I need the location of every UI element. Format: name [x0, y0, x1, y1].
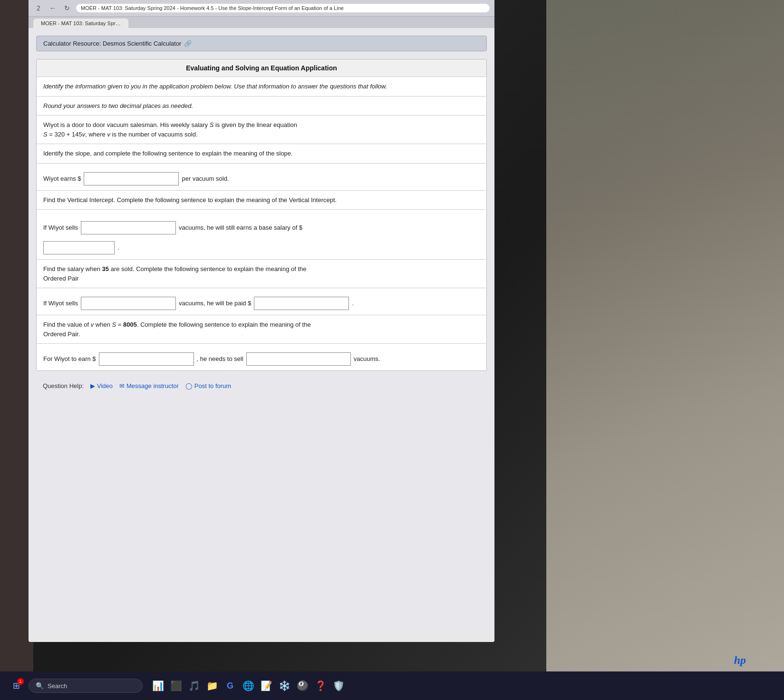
op2-answer-row: For Wiyot to earn $ , he needs to sell v…	[37, 344, 486, 370]
slope-input[interactable]	[84, 172, 179, 185]
hp-logo: hp	[734, 654, 746, 667]
content-area: Calculator Resource: Desmos Scientific C…	[29, 28, 494, 632]
vi-salary-input[interactable]	[43, 241, 115, 254]
right-background	[546, 0, 784, 700]
slope-prefix: Wiyot earns $	[43, 174, 81, 184]
op2-instruction: Find the value of v when S = 8005. Compl…	[43, 321, 311, 328]
address-bar[interactable]: MOER - MAT 103: Saturday Spring 2024 - H…	[76, 4, 490, 12]
message-icon: ✉	[119, 382, 125, 389]
op1-inline: If Wiyot sells vacuums, he will be paid …	[43, 297, 480, 310]
calculator-bar: Calculator Resource: Desmos Scientific C…	[36, 36, 487, 51]
op1-instruction-row: Find the salary when 35 are sold. Comple…	[37, 260, 486, 288]
browser-tab[interactable]: MOER - MAT 103: Saturday Spring 2024 - H…	[33, 19, 128, 28]
taskbar-square-icon[interactable]: ⬛	[169, 679, 183, 692]
op1-middle: vacuums, he will be paid $	[179, 299, 251, 308]
op1-period: .	[352, 299, 354, 308]
op1-instruction: Find the salary when 35 are sold. Comple…	[43, 265, 307, 272]
search-icon: 🔍	[36, 682, 44, 690]
forum-link[interactable]: ◯ Post to forum	[185, 382, 231, 389]
taskbar-folder-icon[interactable]: 📁	[205, 679, 219, 692]
monitor: 2 ← ↻ MOER - MAT 103: Saturday Spring 20…	[29, 0, 494, 642]
instruction-row: Identify the information given to you in…	[37, 77, 486, 97]
slope-instruction-row: Identify the slope, and complete the fol…	[37, 144, 486, 164]
op2-salary-input[interactable]	[99, 352, 194, 366]
problem-row: Wiyot is a door to door vacuum salesman.…	[37, 116, 486, 144]
taskbar-search[interactable]: 🔍 Search	[29, 679, 143, 693]
taskbar-notes-icon[interactable]: 📝	[260, 679, 273, 692]
nav-icon[interactable]: 2	[33, 3, 44, 13]
question-container: Evaluating and Solving an Equation Appli…	[36, 59, 487, 371]
op2-inline: For Wiyot to earn $ , he needs to sell v…	[43, 352, 480, 366]
refresh-button[interactable]: ↻	[62, 3, 72, 13]
taskbar: ⊞ 1 🔍 Search 📊 ⬛ 🎵 📁 G 🌐 📝 ❄️ 🎱 ❓ 🛡️	[0, 671, 784, 700]
video-link[interactable]: ▶ Video	[90, 382, 113, 389]
message-label: Message instructor	[126, 382, 179, 389]
taskbar-music-icon[interactable]: 🎵	[187, 679, 201, 692]
op1-prefix: If Wiyot sells	[43, 299, 78, 308]
op2-instruction-row: Find the value of v when S = 8005. Compl…	[37, 315, 486, 344]
calculator-label: Calculator Resource: Desmos Scientific C…	[43, 40, 181, 47]
forum-icon: ◯	[185, 382, 193, 389]
vi-inline-1: If Wiyot sells vacuums, he will still ea…	[43, 221, 480, 234]
video-label: Video	[97, 382, 113, 389]
vi-instruction-row: Find the Vertical Intercept. Complete th…	[37, 191, 486, 210]
vi-inputs: If Wiyot sells vacuums, he will still ea…	[43, 217, 480, 254]
taskbar-shield-icon[interactable]: 🛡️	[332, 679, 345, 692]
message-link[interactable]: ✉ Message instructor	[119, 382, 179, 389]
slope-suffix: per vacuum sold.	[182, 174, 229, 184]
vi-inline-2: .	[43, 241, 480, 254]
help-label: Question Help:	[43, 382, 84, 389]
tab-bar: MOER - MAT 103: Saturday Spring 2024 - H…	[29, 17, 494, 28]
op1-salary-input[interactable]	[254, 297, 349, 310]
vi-vacuums-input[interactable]	[81, 221, 176, 234]
vi-answer-row: If Wiyot sells vacuums, he will still ea…	[37, 210, 486, 260]
question-title: Evaluating and Solving an Equation Appli…	[37, 59, 486, 77]
vi-prefix: If Wiyot sells	[43, 223, 78, 233]
taskbar-start-app[interactable]: ⊞ 1	[8, 677, 25, 694]
back-button[interactable]: ←	[48, 3, 58, 13]
op2-instruction-2: Ordered Pair.	[43, 331, 80, 338]
taskbar-snowflake-icon[interactable]: ❄️	[278, 679, 291, 692]
taskbar-edge-icon[interactable]: 🌐	[242, 679, 255, 692]
notification-badge: 1	[17, 678, 24, 685]
taskbar-bars-icon[interactable]: 📊	[151, 679, 165, 692]
op2-prefix: For Wiyot to earn $	[43, 354, 96, 364]
search-text: Search	[48, 682, 67, 690]
taskbar-colorball-icon[interactable]: 🎱	[296, 679, 309, 692]
op1-answer-row: If Wiyot sells vacuums, he will be paid …	[37, 288, 486, 315]
video-icon: ▶	[90, 382, 95, 389]
taskbar-google-icon[interactable]: G	[223, 679, 237, 692]
op2-vacuums-input[interactable]	[246, 352, 351, 366]
calculator-link-icon: 🔗	[184, 40, 192, 47]
op2-middle: , he needs to sell	[197, 354, 243, 364]
rounding-row: Round your answers to two decimal places…	[37, 97, 486, 116]
op2-suffix: vacuums.	[354, 354, 380, 364]
taskbar-icons: 📊 ⬛ 🎵 📁 G 🌐 📝 ❄️ 🎱 ❓ 🛡️	[151, 679, 345, 692]
vi-period: .	[117, 243, 119, 253]
question-help: Question Help: ▶ Video ✉ Message instruc…	[36, 379, 487, 393]
problem-text: Wiyot is a door to door vacuum salesman.…	[43, 121, 297, 128]
op1-vacuums-input[interactable]	[81, 297, 176, 310]
vi-middle: vacuums, he will still earns a base sala…	[179, 223, 302, 233]
slope-answer-row: Wiyot earns $ per vacuum sold.	[37, 164, 486, 191]
op1-instruction-2: Ordered Pair	[43, 275, 78, 282]
slope-inline: Wiyot earns $ per vacuum sold.	[43, 172, 480, 185]
browser-chrome: 2 ← ↻ MOER - MAT 103: Saturday Spring 20…	[29, 0, 494, 17]
equation-text: S = 320 + 145v, where v is the number of…	[43, 131, 197, 138]
forum-label: Post to forum	[194, 382, 231, 389]
taskbar-help-icon[interactable]: ❓	[314, 679, 327, 692]
